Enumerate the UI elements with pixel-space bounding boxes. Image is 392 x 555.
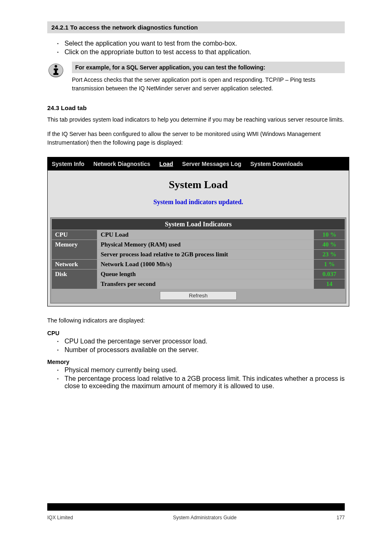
bullet-list-24-2-1: Select the application you want to test … [47, 40, 345, 56]
table-row: Network Network Load (1000 Mb/s) 1 % [52, 260, 345, 269]
row-category: Disk [52, 269, 97, 289]
row-label: Queue length [97, 269, 314, 279]
list-item: Select the application you want to test … [57, 40, 345, 47]
row-category: Network [52, 260, 97, 269]
tab-network-diagnostics[interactable]: Network Diagnostics [93, 161, 150, 167]
table-row: CPU CPU Load 10 % [52, 230, 345, 240]
tab-system-info[interactable]: System Info [52, 161, 84, 167]
memory-bullet-list: Physical memory currently being used. Th… [47, 366, 345, 390]
section-heading-24-3: 24.3 Load tab [47, 104, 345, 111]
memory-group-label: Memory [47, 359, 345, 365]
list-item: The percentage process load relative to … [57, 375, 345, 390]
row-value: 10 % [314, 230, 345, 240]
table-row: Refresh [52, 289, 345, 302]
list-item: Click on the appropriate button to test … [57, 48, 345, 56]
footer-right: 177 [337, 515, 345, 520]
status-message: System load indicators updated. [50, 198, 346, 206]
list-item: CPU Load the percentage server processor… [57, 338, 345, 345]
tab-system-downloads[interactable]: System Downloads [250, 161, 303, 167]
row-value: 40 % [314, 240, 345, 249]
tab-server-messages-log[interactable]: Server Messages Log [182, 161, 241, 167]
footer-center: System Administrators Guide [173, 515, 237, 520]
footer-bar [47, 503, 345, 511]
refresh-button[interactable]: Refresh [160, 291, 237, 300]
tab-bar: System Info Network Diagnostics Load Ser… [48, 157, 349, 170]
row-label: Physical Memory (RAM) used [97, 240, 314, 249]
row-label: Network Load (1000 Mb/s) [97, 260, 314, 269]
cpu-group-label: CPU [47, 330, 345, 336]
svg-point-2 [55, 65, 57, 67]
row-label: Transfers per second [97, 279, 314, 289]
cpu-bullet-list: CPU Load the percentage server processor… [47, 338, 345, 354]
indicators-intro: The following indicators are displayed: [47, 316, 345, 325]
row-value: 23 % [314, 250, 345, 259]
info-example-bar: For example, for a SQL Server applicatio… [72, 62, 345, 73]
section-24-3-body-1: This tab provides system load indicators… [47, 115, 345, 124]
section-24-3-body-2: If the IQ Server has been configured to … [47, 130, 345, 147]
section-header-24-2-1: 24.2.1 To access the network diagnostics… [47, 21, 345, 33]
footer: IQX Limited System Administrators Guide … [47, 515, 345, 520]
tab-load[interactable]: Load [159, 161, 173, 167]
info-example-body: Port Access checks that the server appli… [72, 76, 345, 93]
embedded-screenshot: System Info Network Diagnostics Load Ser… [47, 157, 349, 306]
row-value: 0.037 [314, 269, 345, 279]
svg-rect-5 [53, 73, 58, 75]
footer-left: IQX Limited [47, 515, 73, 520]
row-label: Server process load relative to 2GB proc… [97, 250, 314, 259]
row-value: 1 % [314, 260, 345, 269]
table-row: Memory Physical Memory (RAM) used 40 % [52, 240, 345, 249]
list-item: Physical memory currently being used. [57, 366, 345, 374]
row-category: CPU [52, 230, 97, 240]
table-row: Disk Queue length 0.037 [52, 269, 345, 279]
row-value: 14 [314, 279, 345, 289]
info-icon [47, 62, 65, 79]
system-load-table: System Load Indicators CPU CPU Load 10 %… [51, 219, 345, 302]
list-item: Number of processors available on the se… [57, 346, 345, 354]
row-category: Memory [52, 240, 97, 259]
table-title: System Load Indicators [52, 219, 345, 230]
row-label: CPU Load [97, 230, 314, 240]
page-title: System Load [50, 179, 346, 191]
